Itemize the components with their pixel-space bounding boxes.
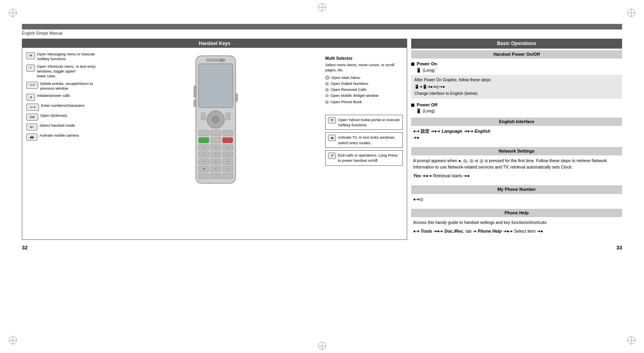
power-off-title: Power Off [417,102,437,107]
callout-text: Activate TV. In text entry windows, swit… [338,135,400,145]
key-description: Delete entries, escape/return to previou… [40,81,106,91]
svg-rect-12 [222,130,233,136]
phone-svg: 1 2 3 4 5 6 7 8 9 ✱ 0 # [190,54,242,189]
reg-mark-br [627,336,635,344]
english-interface-section: ●➔ 設定 ➔●➔ Language ➔●➔ English➔● [411,128,622,144]
left-panel-title: Handset Keys [22,39,407,48]
dialed-icon: ◎ [325,81,329,86]
handset-section: ✉ Open Messaging menu or execute Softkey… [22,48,407,194]
page-left: 32 [22,245,27,251]
my-phone-section: ●➔◎ [411,196,622,206]
svg-rect-14 [222,137,233,143]
right-callout-items: Y! Open Yahoo! Keitai portal or execute … [325,115,403,166]
svg-point-5 [213,116,219,123]
tv-icon: 📺 [328,135,336,141]
call-icon: ↗ [26,94,35,101]
english-interface-header: English Interface [411,118,622,126]
list-item: ✿✎ Select handset mode [26,123,106,131]
multi-selector-items: : Open Main Menu ◎: Open Dialed Numbers … [325,75,403,105]
circle-icon [325,76,329,80]
reg-mark-bl [9,336,17,344]
power-on-label: Power On [411,61,622,67]
english-seq: ●➔ 設定 ➔●➔ Language ➔●➔ English➔● [413,129,490,139]
key-list: ✉ Open Messaging menu or execute Softkey… [26,52,106,190]
callout-box: Y! Open Yahoo! Keitai portal or execute … [325,115,403,130]
info-text: After Power On Graphic, follow these ste… [414,77,619,83]
basic-ops-header: Basic Operations [411,39,622,49]
phone-help-desc: Access this handy guide to handset setti… [413,220,620,226]
key-description: Open Dictionary [40,113,106,118]
phone-icon-small2: 📱 [416,108,422,113]
network-desc: A prompt appears when ●, ◎, ◎ or ◎ is pr… [413,158,620,171]
svg-text:✱: ✱ [203,168,205,170]
phonebook-icon: ◎ [325,100,329,104]
page-numbers: 32 33 [22,245,622,251]
power-on-info: After Power On Graphic, follow these ste… [411,75,622,99]
svg-rect-15 [211,137,221,143]
svg-rect-13 [199,137,209,143]
callout-text: End calls or operations. Long Press to p… [338,153,400,163]
network-settings-header: Network Settings [411,147,622,155]
svg-rect-7 [226,113,230,116]
reg-mark-bc [318,342,326,350]
power-on-section: Power On 📱 (Long) After Power On Graphic… [411,61,622,99]
svg-rect-11 [211,130,221,136]
svg-point-2 [220,59,223,62]
phone-help-section: Access this handy guide to handset setti… [411,220,622,236]
phone-image: 1 2 3 4 5 6 7 8 9 ✱ 0 # [108,52,323,190]
my-phone-seq: ●➔◎ [413,197,423,202]
bullet-icon [411,104,414,107]
power-off-label: Power Off [411,102,622,108]
key-description: Open Messaging menu or execute Softkey f… [37,52,106,62]
list-item: ⊙: Open Mobile Widget window [325,92,403,98]
mode-icon: ✿✎ [26,124,37,131]
key-description: Initiate/answer calls [37,93,106,98]
phone-icon-small: 📱 [416,68,422,73]
top-bar [22,24,622,29]
phone-help-header: Phone Help [411,209,622,217]
list-item: ✉ Open Messaging menu or execute Softkey… [26,52,106,62]
received-icon: ◎ [325,87,329,92]
power-on-title: Power On [417,61,437,66]
right-panel: Basic Operations Handset Power On/Off Po… [411,39,622,240]
multi-selector-desc: Select menu items, move cursor, or scrol… [325,62,403,73]
clear-icon: CLR [26,82,38,89]
widget-icon: ⊙ [325,93,328,98]
svg-rect-29 [211,173,221,179]
list-item: ↗ Initiate/answer calls [26,93,106,101]
right-callouts: Multi Selector Select menu items, move c… [325,52,403,190]
phone-help-seq: ●➔ Tools ➔●➔ Doc./Rec. tab ➔ Phone Help … [413,228,620,235]
camera-icon: 📷 [26,133,37,141]
network-settings-section: A prompt appears when ●, ◎, ◎ or ◎ is pr… [411,158,622,182]
svg-rect-10 [199,130,209,136]
main-content: Handset Keys ✉ Open Messaging menu or ex… [22,39,622,240]
power-onoff-header: Handset Power On/Off [411,50,622,59]
reg-mark-tl [9,9,17,17]
svg-rect-6 [201,113,206,116]
page-right: 33 [617,245,622,251]
callout-box: 📺 Activate TV. In text entry windows, sw… [325,132,403,148]
power-off-section: Power Off 📱 (Long) [411,102,622,114]
info-seq: 📱➔📱➔●➔◎➔● [414,84,619,90]
network-seq: Yes ➔●➔ Retrieval starts ➔● [413,173,620,179]
end-call-icon: ↗ [328,153,336,159]
reg-mark-tc [318,3,326,11]
bullet-icon [411,63,414,66]
key-description: Open Shortcuts menu. In text entry windo… [37,64,106,79]
dictionary-icon: 辞書 [26,114,38,121]
list-item: 📷 Activate mobile camera [26,133,106,141]
list-item: ◎: Open Dialed Numbers [325,80,403,86]
svg-rect-8 [201,117,206,120]
svg-rect-3 [199,64,233,108]
list-item: ® Open Shortcuts menu. In text entry win… [26,64,106,79]
multi-selector-title: Multi Selector [325,56,403,61]
list-item: CLR Delete entries, escape/return to pre… [26,81,106,91]
mail-icon: ✉ [26,52,35,59]
shortcuts-icon: ® [26,65,35,72]
callout-text: Open Yahoo! Keitai portal or execute Sof… [338,117,400,128]
callout-box: ↗ End calls or operations. Long Press to… [325,150,403,166]
my-phone-number-header: My Phone Number [411,185,622,194]
left-panel: Handset Keys ✉ Open Messaging menu or ex… [22,39,407,240]
list-item: 1# ★ Enter numbers/characters [26,103,106,111]
svg-rect-30 [222,173,233,179]
